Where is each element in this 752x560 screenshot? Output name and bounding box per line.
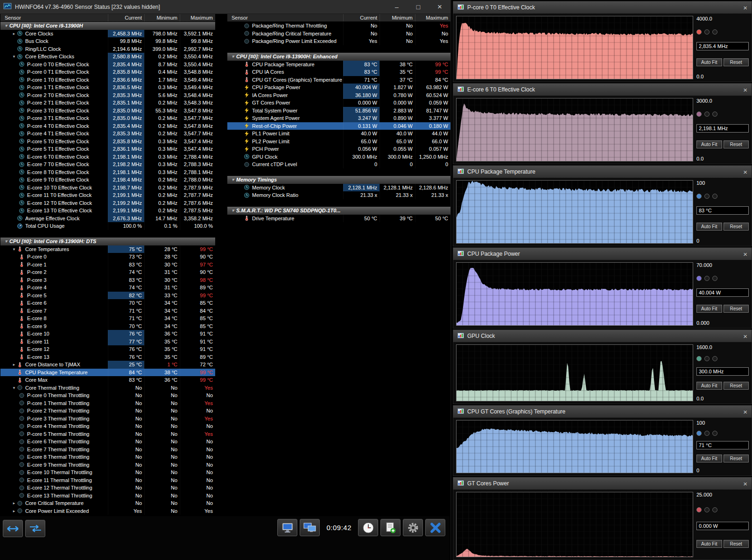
- reset-button[interactable]: Reset: [724, 540, 749, 548]
- sensor-row[interactable]: ▾Core Thermal ThrottlingNoNoYes: [0, 384, 215, 392]
- color-dot[interactable]: [704, 431, 710, 436]
- sensor-row[interactable]: P-core 5 Thermal ThrottlingNoNoYes: [0, 430, 215, 438]
- sensor-row[interactable]: P-core 2 T0 Effective Clock2,835.3 MHz5.…: [0, 91, 215, 99]
- sensor-row[interactable]: Average Effective Clock2,676.3 MHz14.7 M…: [0, 215, 215, 223]
- reset-button[interactable]: Reset: [724, 455, 749, 462]
- series-color-dot[interactable]: [696, 194, 702, 199]
- sensor-row[interactable]: E-core 1076 °C36 °C91 °C: [0, 330, 215, 338]
- auto-fit-button[interactable]: Auto Fit: [696, 140, 722, 148]
- sensor-row[interactable]: GT Cores Power0.000 W0.000 W0.059 W: [227, 99, 450, 107]
- sensor-row[interactable]: E-core 871 °C34 °C85 °C: [0, 315, 215, 322]
- graph-titlebar[interactable]: CPU GT Cores (Graphics) Temperature×: [453, 406, 752, 418]
- series-color-dot[interactable]: [696, 29, 702, 35]
- sensor-row[interactable]: E-core 1177 °C35 °C91 °C: [0, 338, 215, 346]
- sensor-row[interactable]: ▸Core Power Limit ExceededYesNoYes: [0, 507, 215, 515]
- sensor-row[interactable]: E-core 11 Thermal ThrottlingNoNoNo: [0, 476, 215, 484]
- sensor-row[interactable]: E-core 13 Thermal ThrottlingNoNoNo: [0, 492, 215, 500]
- section-header-row[interactable]: ▾CPU [#0]: Intel Core i9-13900H: DTS: [0, 238, 215, 245]
- sensor-row[interactable]: P-core 383 °C30 °C98 °C: [0, 276, 215, 284]
- maximize-button[interactable]: □: [408, 0, 429, 14]
- column-maximum[interactable]: Maximum: [415, 14, 450, 21]
- column-current[interactable]: Current: [108, 14, 144, 21]
- sensor-row[interactable]: P-core 4 T0 Effective Clock2,835.4 MHz0.…: [0, 122, 215, 130]
- sensor-row[interactable]: P-core 4 T1 Effective Clock2,835.3 MHz0.…: [0, 130, 215, 138]
- expander-icon[interactable]: ▾: [230, 177, 236, 182]
- series-color-dot[interactable]: [696, 431, 702, 436]
- sensor-row[interactable]: E-core 670 °C34 °C85 °C: [0, 299, 215, 307]
- remote-monitoring-button[interactable]: [277, 519, 297, 536]
- sensor-row[interactable]: E-core 9 T0 Effective Clock2,198.4 MHz0.…: [0, 176, 215, 184]
- sensor-row[interactable]: PL1 Power Limit40.0 W40.0 W44.0 W: [227, 130, 450, 138]
- color-dot[interactable]: [704, 276, 710, 281]
- sensor-row[interactable]: Package/Ring Thermal ThrottlingNoNoYes: [227, 22, 450, 30]
- sensor-row[interactable]: P-core 582 °C33 °C99 °C: [0, 292, 215, 300]
- swap-columns-button[interactable]: [25, 520, 45, 537]
- column-sensor[interactable]: Sensor: [227, 15, 343, 21]
- auto-fit-button[interactable]: Auto Fit: [696, 223, 722, 231]
- sensor-row[interactable]: ▸Core Critical TemperatureNoNoNo: [0, 499, 215, 507]
- reset-button[interactable]: Reset: [724, 140, 749, 148]
- sensor-row[interactable]: E-core 7 T0 Effective Clock2,198.2 MHz0.…: [0, 161, 215, 168]
- graph-titlebar[interactable]: CPU Package Power×: [453, 248, 752, 260]
- reset-button[interactable]: Reset: [724, 58, 749, 66]
- expander-icon[interactable]: ▾: [3, 239, 9, 244]
- sensor-row[interactable]: Memory Clock Ratio21.33 x21.33 x21.33 x: [227, 191, 450, 199]
- expander-icon[interactable]: ▸: [11, 31, 17, 36]
- close-button[interactable]: ×: [429, 0, 450, 14]
- column-minimum[interactable]: Minimum: [380, 14, 415, 21]
- sensor-row[interactable]: E-core 6 T0 Effective Clock2,198.1 MHz0.…: [0, 153, 215, 161]
- sensor-row[interactable]: E-core 1276 °C35 °C91 °C: [0, 345, 215, 353]
- sensor-row[interactable]: E-core 12 Thermal ThrottlingNoNoNo: [0, 484, 215, 492]
- sensor-row[interactable]: P-core 274 °C31 °C90 °C: [0, 268, 215, 276]
- series-color-dot[interactable]: [696, 507, 702, 512]
- expander-icon[interactable]: ▸: [11, 362, 17, 367]
- section-header-row[interactable]: ▾S.M.A.R.T.: WD PC SN740 SDDPNQD-1T0...: [227, 207, 450, 215]
- expander-icon[interactable]: ▸: [11, 509, 17, 513]
- sensor-row[interactable]: Drive Temperature50 °C39 °C50 °C: [227, 215, 450, 223]
- exit-button[interactable]: [425, 519, 445, 536]
- reset-button[interactable]: Reset: [724, 223, 749, 231]
- column-maximum[interactable]: Maximum: [180, 14, 215, 21]
- sensor-row[interactable]: PL2 Power Limit65.0 W65.0 W66.0 W: [227, 138, 450, 146]
- color-dot[interactable]: [704, 356, 710, 361]
- color-dot[interactable]: [712, 356, 717, 361]
- graph-titlebar[interactable]: P-core 0 T0 Effective Clock×: [453, 1, 752, 14]
- sensor-row[interactable]: PCH Power0.056 W0.055 W0.057 W: [227, 145, 450, 153]
- sensor-row[interactable]: P-core 3 Thermal ThrottlingNoNoYes: [0, 415, 215, 423]
- section-header-row[interactable]: ▾CPU [#0]: Intel Core i9-13900H: Enhance…: [227, 53, 450, 61]
- color-dot[interactable]: [712, 507, 717, 512]
- sensor-row[interactable]: Package/Ring Critical TemperatureNoNoNo: [227, 30, 450, 38]
- auto-fit-button[interactable]: Auto Fit: [696, 305, 722, 313]
- sensor-row[interactable]: E-core 10 T0 Effective Clock2,198.7 MHz0…: [0, 184, 215, 192]
- expander-icon[interactable]: ▾: [230, 208, 236, 213]
- expander-icon[interactable]: ▾: [230, 54, 236, 59]
- series-color-dot[interactable]: [696, 356, 702, 361]
- sensor-row[interactable]: Package/Ring Power Limit ExceededYesNoYe…: [227, 37, 450, 45]
- reset-button[interactable]: Reset: [724, 382, 749, 390]
- sensor-row[interactable]: Rest-of-Chip Power0.131 W0.046 W0.180 W: [227, 122, 450, 130]
- expander-icon[interactable]: ▾: [11, 54, 17, 59]
- sensor-row[interactable]: P-core 474 °C31 °C89 °C: [0, 284, 215, 292]
- color-dot[interactable]: [712, 112, 717, 117]
- window-titlebar[interactable]: HWiNFO64 v7.36-4960 Sensor Status [232 v…: [0, 0, 450, 14]
- column-minimum[interactable]: Minimum: [144, 14, 180, 21]
- sensor-row[interactable]: P-core 0 T0 Effective Clock2,835.4 MHz8.…: [0, 61, 215, 69]
- sensor-row[interactable]: ▸Core Clocks2,458.3 MHz798.0 MHz3,592.1 …: [0, 30, 215, 38]
- sensor-row[interactable]: ▸Core Distance to TjMAX25 °C1 °C72 °C: [0, 361, 215, 369]
- close-icon[interactable]: ×: [743, 480, 747, 487]
- expander-icon[interactable]: ▾: [11, 247, 17, 252]
- sensor-row[interactable]: GPU Clock300.0 MHz300.0 MHz1,250.0 MHz: [227, 153, 450, 161]
- auto-fit-button[interactable]: Auto Fit: [696, 382, 722, 390]
- sensor-row[interactable]: E-core 11 T0 Effective Clock2,199.1 MHz0…: [0, 191, 215, 199]
- color-dot[interactable]: [704, 112, 710, 117]
- color-dot[interactable]: [704, 194, 710, 199]
- sensor-row[interactable]: CPU Package Power40.004 W1.827 W63.982 W: [227, 84, 450, 91]
- sensor-row[interactable]: ▾Core Temperatures75 °C28 °C99 °C: [0, 245, 215, 253]
- color-dot[interactable]: [704, 29, 710, 35]
- sensor-row[interactable]: E-core 771 °C34 °C84 °C: [0, 307, 215, 315]
- sensor-row[interactable]: P-core 0 T1 Effective Clock2,835.8 MHz0.…: [0, 68, 215, 76]
- sensor-row[interactable]: E-core 12 T0 Effective Clock2,199.2 MHz0…: [0, 199, 215, 207]
- settings-button[interactable]: [403, 519, 423, 536]
- sensor-row[interactable]: P-core 183 °C30 °C97 °C: [0, 261, 215, 269]
- auto-fit-button[interactable]: Auto Fit: [696, 455, 722, 462]
